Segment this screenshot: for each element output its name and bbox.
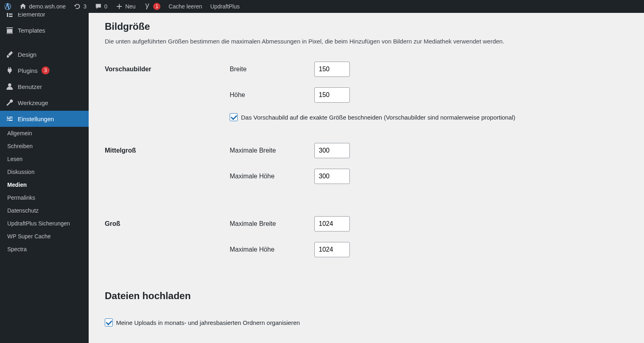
- comments-count: 0: [104, 3, 108, 10]
- settings-submenu: Allgemein Schreiben Lesen Diskussion Med…: [0, 127, 89, 256]
- heading-upload: Dateien hochladen: [105, 290, 634, 302]
- submenu-permalinks[interactable]: Permalinks: [0, 191, 89, 204]
- svg-rect-3: [9, 16, 12, 17]
- wrench-icon: [6, 99, 14, 107]
- label-max-height: Maximale Höhe: [230, 173, 314, 180]
- brush-icon: [6, 50, 14, 58]
- templates-icon: [6, 26, 14, 34]
- label-max-width-large: Maximale Breite: [230, 220, 314, 227]
- svg-point-4: [8, 83, 11, 87]
- submenu-supercache[interactable]: WP Super Cache: [0, 230, 89, 243]
- sidebar-item-label: Einstellungen: [18, 116, 54, 122]
- sidebar-item-tools[interactable]: Werkzeuge: [0, 95, 89, 111]
- sidebar-item-elementor[interactable]: Elementor: [0, 13, 89, 22]
- new-link[interactable]: Neu: [112, 0, 140, 13]
- elementor-icon: [6, 13, 14, 18]
- cache-clear-label: Cache leeren: [168, 3, 202, 10]
- row-label-medium: Mittelgroß: [105, 140, 230, 213]
- sidebar-item-users[interactable]: Benutzer: [0, 79, 89, 95]
- row-label-thumbnail: Vorschaubilder: [105, 58, 230, 140]
- input-thumb-width[interactable]: [314, 62, 350, 77]
- submenu-writing[interactable]: Schreiben: [0, 140, 89, 153]
- wp-logo[interactable]: [0, 0, 15, 13]
- submenu-updraft[interactable]: UpdraftPlus Sicherungen: [0, 217, 89, 230]
- input-medium-width[interactable]: [314, 143, 350, 158]
- wordpress-icon: [4, 3, 11, 10]
- submenu-privacy[interactable]: Datenschutz: [0, 204, 89, 217]
- refresh-icon: [74, 3, 81, 10]
- input-large-height[interactable]: [314, 242, 350, 257]
- updates-count: 3: [83, 3, 87, 10]
- sidebar-item-templates[interactable]: Templates: [0, 22, 89, 38]
- label-height: Höhe: [230, 91, 314, 99]
- yoast-link[interactable]: 1: [139, 0, 164, 13]
- updraft-label: UpdraftPlus: [210, 3, 240, 10]
- sidebar-item-label: Design: [18, 51, 37, 58]
- new-label: Neu: [125, 3, 136, 10]
- sidebar-item-label: Templates: [18, 27, 45, 34]
- admin-bar: demo.wsh.one 3 0 Neu 1 Cache leeren Updr…: [0, 0, 644, 13]
- sidebar-item-label: Plugins: [18, 67, 37, 74]
- yoast-badge: 1: [153, 3, 160, 10]
- label-width: Breite: [230, 66, 314, 73]
- submenu-discussion[interactable]: Diskussion: [0, 165, 89, 178]
- user-icon: [6, 83, 14, 91]
- label-max-height-large: Maximale Höhe: [230, 246, 314, 253]
- submenu-reading[interactable]: Lesen: [0, 153, 89, 165]
- svg-rect-0: [7, 13, 8, 17]
- image-size-description: Die unten aufgeführten Größen bestimmen …: [105, 38, 634, 45]
- sidebar-item-label: Elementor: [18, 13, 45, 18]
- plugins-badge: 3: [42, 66, 50, 74]
- yoast-icon: [143, 3, 151, 10]
- site-name: demo.wsh.one: [29, 3, 66, 10]
- sidebar-item-label: Benutzer: [18, 83, 42, 90]
- submenu-media[interactable]: Medien: [0, 178, 89, 191]
- submenu-general[interactable]: Allgemein: [0, 127, 89, 140]
- site-link[interactable]: demo.wsh.one: [15, 0, 70, 13]
- updates-link[interactable]: 3: [70, 0, 91, 13]
- plugin-icon: [6, 66, 14, 74]
- sliders-icon: [6, 115, 14, 123]
- checkbox-organize-uploads[interactable]: [105, 318, 113, 326]
- sidebar-item-settings[interactable]: Einstellungen: [0, 111, 89, 127]
- crop-label: Das Vorschaubild auf die exakte Größe be…: [241, 114, 515, 121]
- checkbox-crop-thumbnail[interactable]: [230, 113, 238, 121]
- heading-image-size: Bildgröße: [105, 21, 634, 32]
- input-medium-height[interactable]: [314, 169, 350, 184]
- input-large-width[interactable]: [314, 216, 350, 231]
- home-icon: [19, 3, 27, 10]
- settings-media-content: Bildgröße Die unten aufgeführten Größen …: [89, 13, 644, 343]
- sidebar-item-label: Werkzeuge: [18, 99, 48, 106]
- comments-link[interactable]: 0: [91, 0, 112, 13]
- row-label-large: Groß: [105, 213, 230, 271]
- updraft-link[interactable]: UpdraftPlus: [206, 0, 244, 13]
- admin-sidebar: Elementor Templates Design Plugins 3: [0, 13, 89, 343]
- comment-icon: [95, 3, 102, 10]
- submenu-spectra[interactable]: Spectra: [0, 243, 89, 256]
- label-max-width: Maximale Breite: [230, 147, 314, 154]
- plus-icon: [116, 3, 123, 10]
- cache-clear-link[interactable]: Cache leeren: [164, 0, 206, 13]
- sidebar-item-plugins[interactable]: Plugins 3: [0, 62, 89, 79]
- sidebar-item-design[interactable]: Design: [0, 46, 89, 62]
- svg-rect-2: [9, 14, 12, 15]
- input-thumb-height[interactable]: [314, 87, 350, 103]
- organize-label: Meine Uploads in monats- und jahresbasie…: [116, 319, 300, 326]
